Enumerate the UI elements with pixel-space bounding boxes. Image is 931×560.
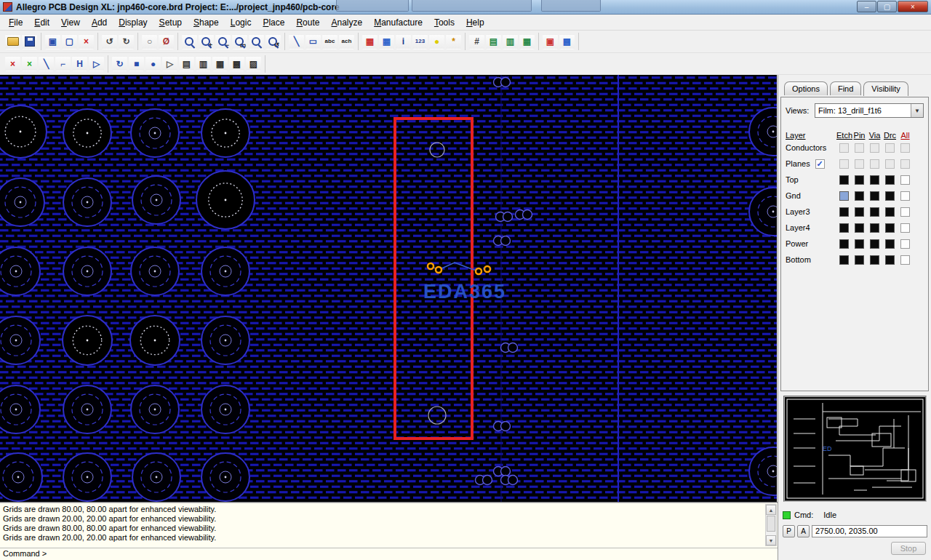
gnd-all-checkbox[interactable] (900, 191, 910, 201)
top-all-checkbox[interactable] (900, 175, 910, 185)
command-prompt[interactable]: Command > (0, 548, 778, 560)
layer4-etch-checkbox[interactable] (839, 223, 849, 233)
top-via-checkbox[interactable] (870, 175, 879, 185)
layer4-pin-checkbox[interactable] (855, 223, 864, 233)
menu-shape[interactable]: Shape (188, 15, 225, 30)
planes-drc-checkbox[interactable] (885, 159, 895, 169)
bottom-pin-checkbox[interactable] (855, 255, 864, 265)
zoom-fit-icon[interactable]: ▭ (232, 34, 247, 49)
grid-toggle-icon[interactable]: # (469, 34, 484, 49)
menu-help[interactable]: Help (460, 15, 490, 30)
layer3-all-checkbox[interactable] (900, 207, 910, 217)
film-param-icon[interactable]: ▤ (179, 56, 194, 71)
bottom-via-checkbox[interactable] (870, 255, 879, 265)
close-button[interactable]: × (898, 1, 928, 12)
mitre-icon[interactable]: H (72, 56, 87, 71)
pcb-canvas[interactable]: EDA365 (0, 75, 777, 502)
select-icon[interactable]: ▷ (162, 56, 177, 71)
film-add-icon[interactable]: ▥ (196, 56, 211, 71)
scroll-down-icon[interactable]: ▼ (766, 535, 776, 545)
power-pin-checkbox[interactable] (855, 239, 864, 249)
minimize-button[interactable]: – (857, 1, 876, 12)
console-scrollbar[interactable]: ▲ ▼ (765, 504, 777, 546)
scroll-up-icon[interactable]: ▲ (766, 505, 776, 515)
bottom-all-checkbox[interactable] (900, 255, 910, 265)
color-dialog-icon[interactable]: ▦ (362, 34, 377, 49)
zoom-in-icon[interactable]: + (199, 34, 214, 49)
show-element-icon[interactable]: i (396, 34, 411, 49)
conductors-all-checkbox[interactable] (900, 143, 910, 153)
drc-status-icon[interactable]: ▣ (543, 34, 558, 49)
title-bar[interactable]: Allegro PCB Design XL: jnp460-core.brd P… (0, 0, 931, 15)
add-vertex-icon[interactable]: × (22, 56, 37, 71)
menu-file[interactable]: File (3, 15, 28, 30)
layer3-pin-checkbox[interactable] (855, 207, 864, 217)
power-via-checkbox[interactable] (870, 239, 879, 249)
save-icon[interactable] (22, 34, 37, 49)
layer4-via-checkbox[interactable] (870, 223, 879, 233)
scrollbar-thumb[interactable] (767, 516, 775, 532)
undo-icon[interactable]: ↺ (102, 34, 117, 49)
planes-all-checkbox[interactable] (900, 159, 910, 169)
slide-icon[interactable]: ╲ (39, 56, 54, 71)
planes-via-checkbox[interactable] (870, 159, 879, 169)
tab-visibility[interactable]: Visibility (863, 81, 908, 96)
shape-circle-icon[interactable]: ● (145, 56, 161, 71)
absolute-button[interactable]: A (797, 525, 810, 537)
add-rect-icon[interactable]: ▭ (305, 34, 321, 49)
layer4-all-checkbox[interactable] (900, 223, 910, 233)
zoom-points-icon[interactable] (182, 34, 197, 49)
menu-place[interactable]: Place (257, 15, 290, 30)
bottom-etch-checkbox[interactable] (839, 255, 849, 265)
zoom-world-icon[interactable] (249, 34, 264, 49)
power-etch-checkbox[interactable] (839, 239, 849, 249)
gnd-via-checkbox[interactable] (870, 191, 879, 201)
menu-setup[interactable]: Setup (153, 15, 188, 30)
menu-view[interactable]: View (55, 15, 86, 30)
menu-analyze[interactable]: Analyze (325, 15, 368, 30)
properties-icon[interactable]: ▦ (519, 34, 535, 49)
stop-button[interactable]: Stop (891, 542, 926, 555)
planes-pin-checkbox[interactable] (855, 159, 864, 169)
layer3-drc-checkbox[interactable] (885, 207, 895, 217)
chevron-down-icon[interactable]: ▼ (911, 104, 923, 117)
zoom-out-icon[interactable]: − (215, 34, 231, 49)
conductors-pin-checkbox[interactable] (855, 143, 864, 153)
conductors-via-checkbox[interactable] (870, 143, 879, 153)
add-line-icon[interactable]: ╲ (289, 34, 304, 49)
power-all-checkbox[interactable] (900, 239, 910, 249)
next-icon[interactable]: ▷ (89, 56, 104, 71)
conductors-drc-checkbox[interactable] (885, 143, 895, 153)
tab-find[interactable]: Find (830, 81, 861, 95)
rats-all-icon[interactable]: ▣ (45, 34, 60, 49)
redo-icon[interactable]: ↻ (119, 34, 134, 49)
gnd-drc-checkbox[interactable] (885, 191, 895, 201)
fix-icon[interactable]: ○ (142, 34, 157, 49)
board-minimap[interactable]: ED (783, 396, 927, 502)
corner-icon[interactable]: ⌐ (55, 56, 71, 71)
shape-rect-icon[interactable]: ■ (129, 56, 144, 71)
color-visibility-icon[interactable]: ▦ (379, 34, 394, 49)
add-text-icon[interactable]: abc (322, 34, 337, 49)
highlight-icon[interactable]: ● (429, 34, 444, 49)
layer4-drc-checkbox[interactable] (885, 223, 895, 233)
dehighlight-icon[interactable]: * (446, 34, 461, 49)
menu-tools[interactable]: Tools (428, 15, 460, 30)
film-edit-icon[interactable]: ▦ (212, 56, 228, 71)
tab-options[interactable]: Options (784, 81, 828, 95)
menu-add[interactable]: Add (86, 15, 113, 30)
power-drc-checkbox[interactable] (885, 239, 895, 249)
zoom-previous-icon[interactable]: ↺ (265, 34, 281, 49)
unfix-icon[interactable]: Ø (159, 34, 174, 49)
command-console[interactable]: Grids are drawn 80.00, 80.00 apart for e… (0, 502, 778, 560)
artwork-icon[interactable]: ▩ (229, 56, 244, 71)
edit-text-icon[interactable]: ach (339, 34, 354, 49)
menu-route[interactable]: Route (290, 15, 325, 30)
menu-display[interactable]: Display (113, 15, 153, 30)
top-etch-checkbox[interactable] (839, 175, 849, 185)
hatch-icon[interactable]: ▨ (246, 56, 261, 71)
layer3-via-checkbox[interactable] (870, 207, 879, 217)
layer3-etch-checkbox[interactable] (839, 207, 849, 217)
views-dropdown[interactable]: Film: 13_drill_f1t6 ▼ (815, 103, 924, 118)
maximize-button[interactable]: ▢ (877, 1, 897, 12)
